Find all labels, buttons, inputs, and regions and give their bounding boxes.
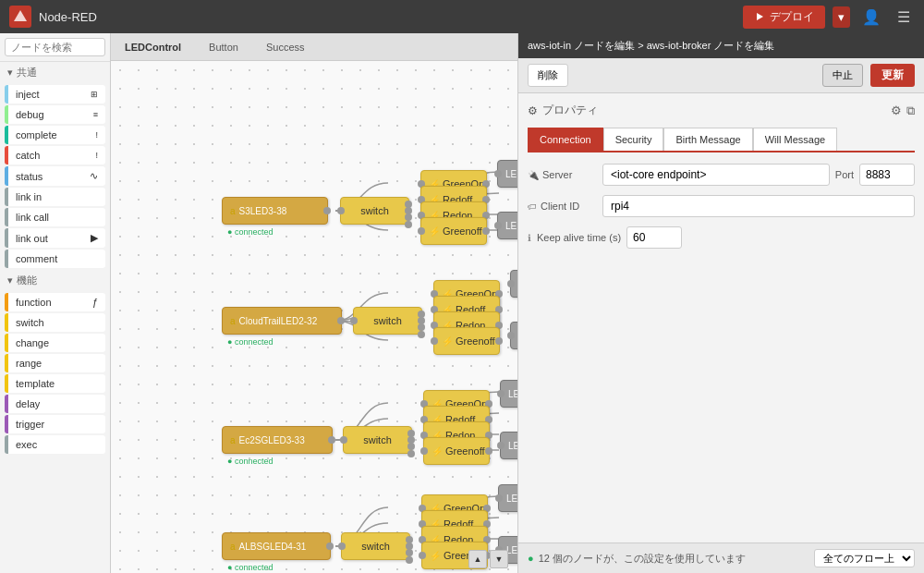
copy-icon[interactable]: ⧉: [906, 104, 915, 118]
keep-alive-row: ℹ Keep alive time (s): [528, 226, 915, 249]
node-led2red[interactable]: LED2Red ⚙ 0: [510, 322, 517, 349]
node-greenoff-3[interactable]: ⚡Greenoff: [423, 437, 490, 465]
client-id-label: 🏷 Client ID: [528, 201, 597, 212]
sidebar-item-function[interactable]: functionƒ: [5, 293, 105, 311]
topbar-right: デプロイ ▾ 👤 ☰: [743, 6, 915, 29]
connection-tab-content: 🔌 Server Port 🏷 Client ID ℹ Ke: [528, 164, 915, 249]
sidebar-item-catch[interactable]: catch!: [5, 146, 105, 165]
debug-icon: ≡: [93, 110, 98, 119]
keep-alive-label: Keep alive time (s): [537, 232, 621, 243]
server-input[interactable]: [602, 164, 830, 186]
scroll-down-btn[interactable]: ▼: [490, 550, 508, 568]
main-area: ▾ 共通 inject⊞ debug≡ complete! catch! sta…: [0, 33, 924, 573]
sidebar-item-comment[interactable]: comment: [5, 250, 105, 268]
inject-icon: ⊞: [91, 90, 98, 99]
sidebar-item-exec[interactable]: exec: [5, 435, 105, 454]
sidebar-item-template[interactable]: template: [5, 374, 105, 393]
server-label: 🔌 Server: [528, 169, 597, 180]
sidebar-item-link-in[interactable]: link in: [5, 188, 105, 206]
canvas-scroll-controls: ▲ ▼: [468, 550, 508, 568]
sidebar: ▾ 共通 inject⊞ debug≡ complete! catch! sta…: [0, 33, 111, 573]
update-button[interactable]: 更新: [870, 64, 915, 87]
delete-button[interactable]: 削除: [528, 64, 568, 87]
canvas-area: LEDControl Button Success: [111, 33, 517, 573]
panel-footer: ● 12 個のノードが、この設定を使用しています 全てのフロー上: [518, 543, 924, 573]
right-panel: aws-iot-in ノードを編集 > aws-iot-broker ノードを編…: [517, 33, 924, 573]
tab-led-control[interactable]: LEDControl: [120, 42, 186, 53]
svg-marker-0: [14, 10, 27, 21]
tab-will-message[interactable]: Will Message: [753, 128, 837, 151]
node-cloudtrail[interactable]: a CloudTrailLED2-32 ● connected: [222, 307, 342, 335]
tab-button[interactable]: Button: [204, 42, 243, 53]
valid-icon: ●: [528, 553, 534, 564]
topbar: Node-RED デプロイ ▾ 👤 ☰: [0, 0, 924, 33]
panel-toolbar: 削除 中止 更新: [518, 58, 924, 93]
sidebar-item-inject[interactable]: inject⊞: [5, 85, 105, 104]
footer-info: 12 個のノードが、この設定を使用しています: [539, 552, 746, 566]
flow-select[interactable]: 全てのフロー上: [814, 549, 915, 567]
breadcrumb: aws-iot-in ノードを編集 > aws-iot-broker ノードを編…: [518, 33, 924, 58]
sidebar-item-trigger[interactable]: trigger: [5, 415, 105, 433]
svg-marker-1: [757, 13, 763, 20]
gear-icon: ⚙: [528, 104, 538, 117]
panel-section-header: ⚙ プロパティ ⚙ ⧉: [528, 103, 915, 118]
topbar-left: Node-RED: [9, 6, 97, 28]
properties-label: プロパティ: [542, 103, 598, 118]
sidebar-item-complete[interactable]: complete!: [5, 126, 105, 144]
cancel-button[interactable]: 中止: [822, 64, 863, 87]
client-id-input[interactable]: [602, 195, 915, 217]
tab-connection[interactable]: Connection: [528, 128, 603, 151]
sidebar-item-change[interactable]: change: [5, 334, 105, 352]
node-greenoff-1[interactable]: ⚡Greenoff: [420, 217, 487, 245]
node-led3green[interactable]: LED3Green ⚙ 1: [500, 380, 517, 408]
logo-icon: [9, 6, 31, 28]
catch-icon: !: [95, 151, 98, 160]
search-box: [0, 33, 110, 62]
tab-security[interactable]: Security: [603, 128, 664, 151]
server-row: 🔌 Server Port: [528, 164, 915, 186]
canvas[interactable]: a S3LED3-38 ● connected switch ⚡GreenOn: [111, 61, 517, 573]
canvas-header: LEDControl Button Success: [111, 33, 517, 61]
complete-icon: !: [95, 130, 98, 140]
panel-toolbar-right: 中止 更新: [822, 64, 915, 87]
node-switch-1[interactable]: switch: [340, 197, 409, 225]
sidebar-item-status[interactable]: status∿: [5, 166, 105, 186]
node-s3led3-38[interactable]: a S3LED3-38 ● connected: [222, 197, 328, 225]
keep-alive-input[interactable]: [626, 226, 682, 249]
sidebar-item-link-out[interactable]: link out▶: [5, 228, 105, 248]
section-function: ▾ 機能: [0, 270, 110, 291]
panel-content: ⚙ プロパティ ⚙ ⧉ Connection Security Birth Me…: [518, 93, 924, 543]
node-led1green[interactable]: LED1Green ⚙ 1: [497, 160, 517, 188]
node-led1red[interactable]: LED1Red ⚙ 0: [497, 212, 517, 239]
app-title: Node-RED: [39, 10, 97, 24]
sidebar-item-range[interactable]: range: [5, 354, 105, 372]
node-switch-2[interactable]: switch: [353, 307, 422, 335]
node-ec2sgled3[interactable]: a Ec2SGLED3-33 ● connected: [222, 426, 333, 454]
sidebar-item-switch[interactable]: switch: [5, 313, 105, 332]
client-id-row: 🏷 Client ID: [528, 195, 915, 217]
port-input[interactable]: [859, 164, 915, 186]
sidebar-item-debug[interactable]: debug≡: [5, 105, 105, 124]
deploy-dropdown-button[interactable]: ▾: [833, 6, 850, 28]
settings-icon[interactable]: ⚙: [891, 104, 902, 118]
node-albsgled4[interactable]: a ALBSGLED4-31 ● connected: [222, 532, 331, 560]
port-label: Port: [835, 169, 854, 180]
node-led2green[interactable]: LED2Green ⚙ 1: [510, 270, 517, 298]
node-greenoff-2[interactable]: ⚡Greenoff: [433, 327, 500, 355]
node-switch-4[interactable]: switch: [341, 532, 410, 560]
panel-tabs: Connection Security Birth Message Will M…: [528, 128, 915, 152]
tab-birth-message[interactable]: Birth Message: [663, 128, 752, 151]
panel-footer-left: ● 12 個のノードが、この設定を使用しています: [528, 552, 746, 566]
sidebar-item-delay[interactable]: delay: [5, 395, 105, 413]
menu-button[interactable]: ☰: [893, 6, 915, 28]
sidebar-item-link-call[interactable]: link call: [5, 208, 105, 226]
scroll-up-btn[interactable]: ▲: [468, 550, 487, 568]
node-led4green[interactable]: LED4Green ⚙ 1: [498, 484, 517, 512]
node-led3red[interactable]: LED3Red ⚙ 0: [500, 432, 517, 459]
user-icon-button[interactable]: 👤: [857, 6, 885, 28]
search-input[interactable]: [5, 38, 105, 56]
section-common: ▾ 共通: [0, 62, 110, 83]
tab-success[interactable]: Success: [261, 42, 310, 53]
node-switch-3[interactable]: switch: [343, 426, 412, 454]
deploy-button[interactable]: デプロイ: [743, 6, 825, 29]
